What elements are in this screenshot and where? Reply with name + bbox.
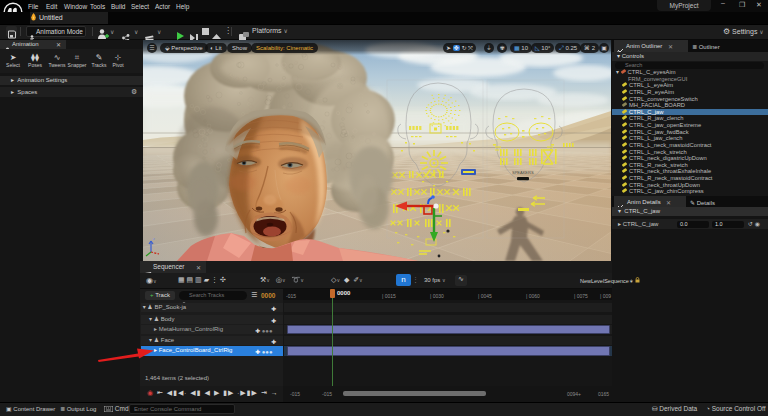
svg-text:SPEAKERS: SPEAKERS <box>512 170 534 175</box>
svg-text:z: z <box>153 236 155 241</box>
